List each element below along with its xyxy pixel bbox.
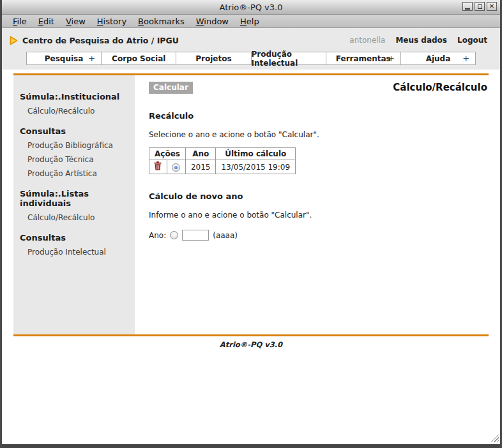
select-year-cell [167,160,185,174]
tab-ajuda[interactable]: Ajuda+ [400,52,476,65]
novo-ano-instruction: Informe o ano e acione o botão "Calcular… [149,211,487,220]
col-header-ultimo-calculo: Último cálculo [216,148,296,160]
recalculo-table: Ações Ano Último cálculo [149,147,296,174]
new-year-radio[interactable] [170,231,178,239]
calcular-button[interactable]: Calcular [149,82,193,94]
tab-ferramentas[interactable]: Ferramentas+ [326,52,401,65]
sidebar-item-producao-intelectual[interactable]: Produção Intelectual [27,248,130,257]
recalculo-instruction: Selecione o ano e acione o botão "Calcul… [149,130,487,139]
main-panel: Calcular Cálculo/Recálculo Recálculo Sel… [135,75,489,334]
sidebar-item-producao-tecnica[interactable]: Produção Técnica [27,155,130,164]
browser-window: Atrio®-PQ v3.0 ✕ File Edit View History … [0,0,502,448]
site-title: Centro de Pesquisa do Atrio / IPGU [22,36,179,45]
year-cell: 2015 [185,160,216,174]
new-year-form: Ano: (aaaa) [149,230,487,241]
footer-divider [13,334,489,336]
year-radio-selected[interactable] [172,163,180,172]
menu-history[interactable]: History [91,15,132,27]
plus-icon: + [462,54,469,63]
nav-tab-bar: Pesquisa+ Corpo Social Projetos Produção… [26,52,476,65]
ano-input[interactable] [182,230,209,241]
meus-dados-link[interactable]: Meus dados [395,36,447,45]
year-format-hint: (aaaa) [213,231,238,240]
window-controls: ✕ [462,2,497,11]
arrow-right-icon [10,36,18,45]
ano-label: Ano: [149,231,166,240]
page-content: Centro de Pesquisa do Atrio / IPGU anton… [2,28,500,444]
novo-ano-heading: Cálculo de novo ano [149,191,487,201]
menu-edit[interactable]: Edit [33,15,60,27]
sidebar-item-calculo-recalculo-2[interactable]: Cálculo/Recálculo [27,213,130,222]
maximize-button[interactable] [475,2,485,11]
menu-help[interactable]: Help [234,15,265,27]
minimize-button[interactable] [462,2,473,11]
menu-view[interactable]: View [60,15,91,27]
sidebar-header-sumula-institucional: Súmula:.Institucional [20,92,130,101]
minimize-icon [465,8,470,10]
table-header-row: Ações Ano Último cálculo [149,148,296,160]
plus-icon: + [88,54,95,63]
col-header-ano: Ano [185,148,216,160]
sidebar-item-producao-artistica[interactable]: Produção Artística [27,169,130,178]
window-bottom-border [0,444,502,448]
menu-window[interactable]: Window [190,15,234,27]
tab-producao-intelectual[interactable]: Produção Intelectual [251,52,326,65]
tab-corpo-social[interactable]: Corpo Social [101,52,176,65]
maximize-icon [478,4,482,9]
plus-icon: + [388,54,395,63]
menu-file[interactable]: File [7,15,33,27]
delete-cell [149,160,167,174]
sidebar-item-producao-bibliografica[interactable]: Produção Bibliográfica [27,141,130,150]
tab-pesquisa[interactable]: Pesquisa+ [26,52,102,65]
sidebar: Súmula:.Institucional Cálculo/Recálculo … [13,75,135,334]
page-title: Cálculo/Recálculo [393,82,487,93]
table-row: 2015 13/05/2015 19:09 [149,160,296,174]
menu-bar: File Edit View History Bookmarks Window … [2,15,500,28]
footer-app-version: Atrio®-PQ v3.0 [2,340,500,349]
close-icon: ✕ [489,3,494,10]
tab-projetos[interactable]: Projetos [176,52,251,65]
last-calc-cell: 13/05/2015 19:09 [216,160,296,174]
trash-icon[interactable] [154,161,162,170]
sidebar-header-sumula-listas: Súmula:.Listas individuais [20,189,130,208]
logged-username: antonella [349,36,385,45]
recalculo-heading: Recálculo [149,111,487,121]
app-header: Centro de Pesquisa do Atrio / IPGU anton… [2,28,500,70]
sidebar-header-consultas-2: Consultas [20,233,130,243]
close-button[interactable]: ✕ [487,2,497,11]
col-header-acoes: Ações [149,148,186,160]
logout-link[interactable]: Logout [457,36,487,45]
menu-bookmarks[interactable]: Bookmarks [132,15,190,27]
sidebar-header-consultas: Consultas [20,126,130,136]
window-title: Atrio®-PQ v3.0 [220,3,283,12]
window-titlebar[interactable]: Atrio®-PQ v3.0 ✕ [2,0,500,15]
sidebar-item-calculo-recalculo[interactable]: Cálculo/Recálculo [27,107,130,116]
